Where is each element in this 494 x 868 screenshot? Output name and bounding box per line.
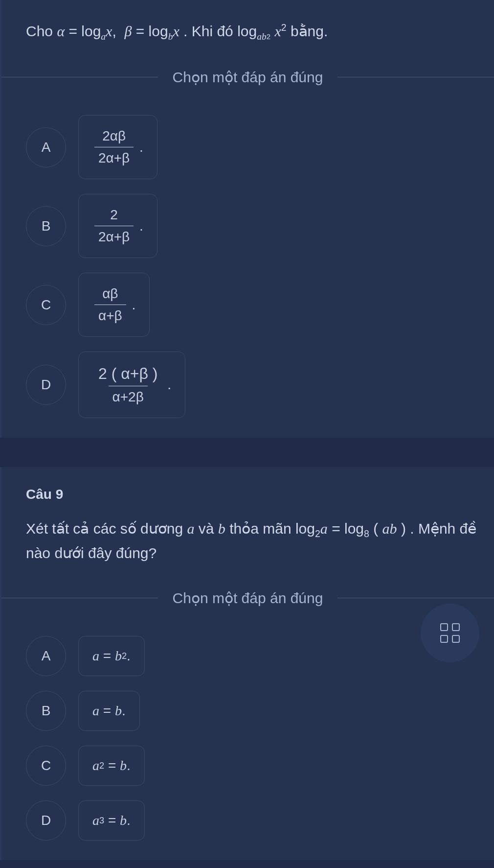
- options-list: A 2αβ2α+β . B 22α+β . C αβα+β . D 2 ( α+…: [26, 115, 479, 418]
- question-card-1: Cho α = logax, β = logbx . Khi đó logab2…: [0, 0, 494, 438]
- divider: Chọn một đáp án đúng: [1, 69, 494, 86]
- options-list: A a = b2. B a = b. C a2 = b. D a3 = b.: [26, 636, 479, 841]
- option-C[interactable]: C αβα+β .: [26, 273, 479, 337]
- option-D[interactable]: D a3 = b.: [26, 800, 479, 841]
- option-content: αβα+β .: [78, 273, 150, 337]
- option-A[interactable]: A a = b2.: [26, 636, 479, 676]
- option-D[interactable]: D 2 ( α+β )α+2β .: [26, 352, 479, 418]
- divider-label: Chọn một đáp án đúng: [158, 69, 338, 86]
- text: Cho: [26, 23, 57, 39]
- option-letter: A: [26, 127, 66, 167]
- option-letter: D: [26, 800, 66, 841]
- option-content: a3 = b.: [78, 800, 145, 841]
- option-letter: C: [26, 285, 66, 325]
- option-letter: B: [26, 206, 66, 246]
- option-content: 22α+β .: [78, 194, 157, 258]
- option-content: a2 = b.: [78, 746, 145, 786]
- text: bằng.: [291, 23, 328, 39]
- grid-menu-button[interactable]: [421, 604, 479, 662]
- text: . Khi đó: [183, 23, 237, 39]
- grid-icon: [440, 623, 460, 643]
- option-content: a = b2.: [78, 636, 145, 676]
- question-text: Xét tất cả các số dương a và b thỏa mãn …: [26, 517, 479, 565]
- question-title: Câu 9: [26, 487, 479, 502]
- option-A[interactable]: A 2αβ2α+β .: [26, 115, 479, 179]
- text: Xét tất cả các số dương: [26, 520, 187, 537]
- option-letter: C: [26, 746, 66, 786]
- text: và: [199, 520, 218, 537]
- option-letter: D: [26, 365, 66, 405]
- option-content: 2αβ2α+β .: [78, 115, 157, 179]
- divider-label: Chọn một đáp án đúng: [158, 589, 338, 607]
- question-text: Cho α = logax, β = logbx . Khi đó logab2…: [26, 20, 479, 44]
- option-B[interactable]: B a = b.: [26, 691, 479, 731]
- option-letter: A: [26, 636, 66, 676]
- option-content: a = b.: [78, 691, 140, 731]
- option-C[interactable]: C a2 = b.: [26, 746, 479, 786]
- option-B[interactable]: B 22α+β .: [26, 194, 479, 258]
- divider: Chọn một đáp án đúng: [1, 589, 494, 607]
- question-card-2: Câu 9 Xét tất cả các số dương a và b thỏ…: [0, 467, 494, 860]
- option-letter: B: [26, 691, 66, 731]
- option-content: 2 ( α+β )α+2β .: [78, 352, 185, 418]
- text: thỏa mãn: [229, 520, 295, 537]
